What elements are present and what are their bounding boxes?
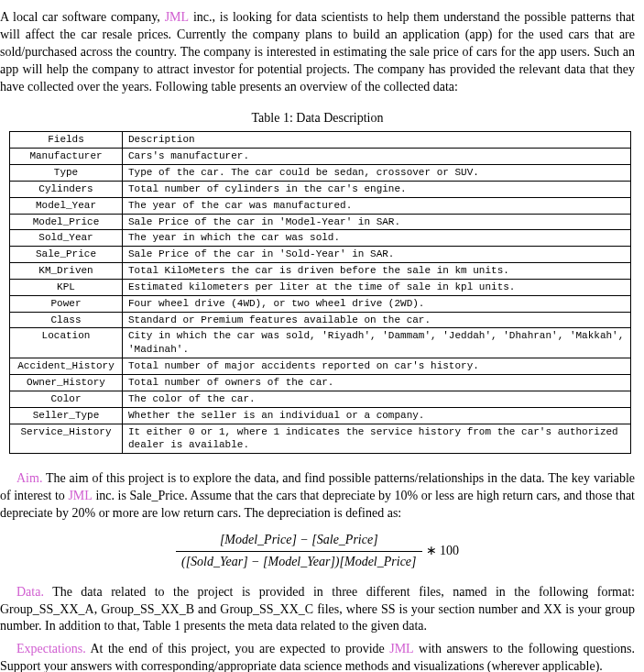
table-row: KM_DrivenTotal KiloMeters the car is dri… (10, 263, 631, 280)
field-name: Cylinders (10, 181, 123, 197)
table-row: Seller_TypeWhether the seller is an indi… (10, 407, 631, 424)
field-name: Sale_Price (10, 247, 123, 263)
field-description: Standard or Premium features available o… (123, 312, 631, 328)
expectations-text-a: At the end of this project, you are expe… (86, 642, 389, 655)
field-description: It either 0 or 1, where 1 indicates the … (123, 424, 631, 454)
field-name: Type (10, 165, 123, 182)
formula-numerator: [Model_Price] − [Sale_Price] (176, 532, 422, 552)
field-description: Estimated kilometers per liter at the ti… (123, 279, 631, 295)
data-label: Data. (16, 585, 44, 599)
data-paragraph: Data. The data related to the project is… (0, 584, 635, 636)
table-row: ColorThe color of the car. (10, 391, 631, 407)
table-row: ManufacturerCars's manufacturer. (10, 149, 631, 165)
field-name: Power (10, 295, 123, 312)
intro-text-a: A local car software company, (0, 10, 165, 24)
field-name: Manufacturer (10, 149, 123, 165)
table-row: CylindersTotal number of cylinders in th… (10, 181, 631, 197)
field-name: KM_Driven (10, 263, 123, 280)
table-row: Sold_YearThe year in which the car was s… (10, 230, 631, 247)
data-text: The data related to the project is provi… (0, 585, 635, 633)
field-description: Total number of owners of the car. (123, 375, 631, 391)
formula-denominator: ([Sold_Year] − [Model_Year])[Model_Price… (176, 552, 422, 571)
aim-label: Aim. (16, 471, 42, 485)
table-row: Owner_HistoryTotal number of owners of t… (10, 375, 631, 391)
field-name: Model_Price (10, 214, 123, 230)
field-description: Total number of cylinders in the car's e… (123, 181, 631, 197)
field-description: Whether the seller is an individual or a… (123, 407, 631, 424)
field-description: City in which the car was sold, 'Riyadh'… (123, 328, 631, 358)
table-header-row: FieldsDescription (10, 132, 631, 149)
table-row: Accident_HistoryTotal number of major ac… (10, 358, 631, 375)
field-description: The color of the car. (123, 391, 631, 407)
company-name-3: JML (389, 642, 413, 655)
field-name: Color (10, 391, 123, 407)
header-fields: Fields (10, 132, 123, 149)
field-name: Location (10, 328, 123, 358)
table-row: Sale_PriceSale Price of the car in 'Sold… (10, 247, 631, 263)
table-row: Service_HistoryIt either 0 or 1, where 1… (10, 424, 631, 454)
field-description: Total KiloMeters the car is driven befor… (123, 263, 631, 280)
field-name: KPL (10, 279, 123, 295)
field-name: Service_History (10, 424, 123, 454)
field-description: Cars's manufacturer. (123, 149, 631, 165)
aim-paragraph: Aim. The aim of this project is to explo… (0, 470, 635, 523)
company-name-2: JML (68, 489, 92, 502)
field-description: Four wheel drive (4WD), or two wheel dri… (123, 295, 631, 312)
table-caption: Table 1: Data Description (0, 110, 635, 127)
table-row: KPLEstimated kilometers per liter at the… (10, 279, 631, 295)
field-description: The year in which the car was sold. (123, 230, 631, 247)
aim-text-b: inc. is Sale_Price. Assume that the cars… (0, 489, 635, 520)
data-description-table: FieldsDescriptionManufacturerCars's manu… (9, 131, 631, 454)
table-row: PowerFour wheel drive (4WD), or two whee… (10, 295, 631, 312)
field-description: Sale Price of the car in 'Model-Year' in… (123, 214, 631, 230)
field-name: Model_Year (10, 197, 123, 214)
table-row: LocationCity in which the car was sold, … (10, 328, 631, 358)
field-description: Sale Price of the car in 'Sold-Year' in … (123, 247, 631, 263)
field-name: Seller_Type (10, 407, 123, 424)
formula-multiplier: ∗ 100 (422, 543, 460, 560)
field-name: Accident_History (10, 358, 123, 375)
header-description: Description (123, 132, 631, 149)
table-row: TypeType of the car. The car could be se… (10, 165, 631, 182)
field-name: Class (10, 312, 123, 328)
depreciation-formula: [Model_Price] − [Sale_Price] ([Sold_Year… (0, 532, 635, 571)
field-name: Sold_Year (10, 230, 123, 247)
intro-paragraph: A local car software company, JML inc., … (0, 9, 635, 95)
company-name: JML (165, 10, 189, 24)
expectations-paragraph: Expectations. At the end of this project… (0, 641, 635, 672)
expectations-label: Expectations. (16, 642, 86, 655)
table-row: Model_PriceSale Price of the car in 'Mod… (10, 214, 631, 230)
field-description: Type of the car. The car could be sedan,… (123, 165, 631, 182)
table-row: Model_YearThe year of the car was manufa… (10, 197, 631, 214)
field-name: Owner_History (10, 375, 123, 391)
field-description: The year of the car was manufactured. (123, 197, 631, 214)
table-row: ClassStandard or Premium features availa… (10, 312, 631, 328)
field-description: Total number of major accidents reported… (123, 358, 631, 375)
